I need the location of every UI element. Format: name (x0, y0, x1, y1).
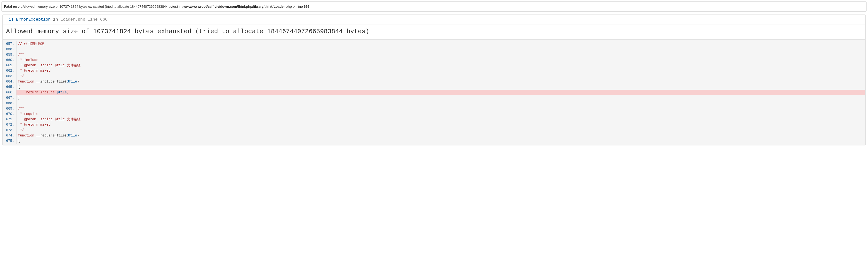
fatal-message: Allowed memory size of 1073741824 bytes … (23, 5, 182, 8)
source-line: * @return mixed (16, 68, 865, 73)
fatal-label: Fatal error (4, 5, 21, 8)
exception-panel: [1] ErrorException in Loader.php line 66… (2, 14, 866, 145)
exception-message: Allowed memory size of 1073741824 bytes … (3, 25, 865, 40)
source-line (16, 46, 865, 52)
fatal-path: /www/wwwroot/zsff.vividown.com/thinkphp/… (183, 5, 292, 8)
exception-in: in (51, 17, 61, 22)
source-line: } (16, 95, 865, 101)
source-code-list: // 作用范围隔离/** * include * @param string $… (16, 41, 865, 144)
source-line: function __require_file($file) (16, 133, 865, 138)
source-line: * require (16, 111, 865, 117)
source-line (16, 101, 865, 106)
exception-name-link[interactable]: ErrorException (16, 17, 51, 22)
source-line: function __include_file($file) (16, 79, 865, 84)
source-line: * @return mixed (16, 122, 865, 127)
exception-header: [1] ErrorException in Loader.php line 66… (3, 15, 865, 25)
source-line: /** (16, 52, 865, 57)
source-line: */ (16, 127, 865, 133)
fatal-on-line: on line (292, 5, 304, 8)
source-line: * @param string $file 文件路径 (16, 117, 865, 122)
exception-location: Loader.php line 666 (60, 17, 107, 22)
source-line: { (16, 84, 865, 89)
fatal-error-banner: Fatal error: Allowed memory size of 1073… (1, 1, 867, 12)
fatal-line: 666 (304, 5, 309, 8)
source-line: */ (16, 74, 865, 79)
source-line: * include (16, 57, 865, 63)
source-line: /** (16, 106, 865, 111)
source-line: * @param string $file 文件路径 (16, 63, 865, 68)
exception-index: [1] (6, 17, 13, 22)
source-line: return include $file; (16, 90, 865, 95)
source-line: // 作用范围隔离 (16, 41, 865, 46)
source-line: { (16, 138, 865, 144)
source-code-block: // 作用范围隔离/** * include * @param string $… (3, 40, 865, 145)
